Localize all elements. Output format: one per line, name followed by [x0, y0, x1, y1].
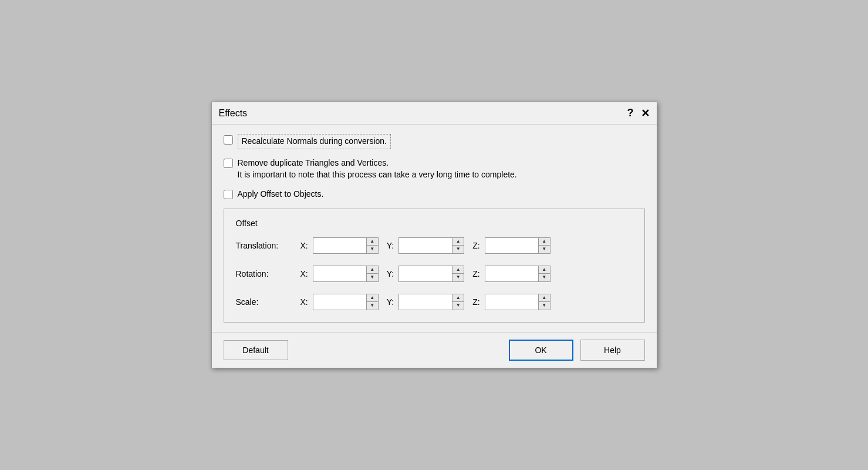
- rotation-label: Rotation:: [236, 269, 300, 278]
- translation-x-input[interactable]: 0.000: [313, 238, 366, 253]
- rotation-x-down[interactable]: ▼: [367, 274, 378, 281]
- ok-button[interactable]: OK: [509, 340, 573, 361]
- translation-x-down[interactable]: ▼: [367, 246, 378, 253]
- translation-x-buttons: ▲ ▼: [366, 238, 378, 253]
- translation-y-label: Y:: [387, 241, 394, 250]
- rotation-row: Rotation: X: 0.000 ▲ ▼ Y:: [236, 266, 633, 282]
- help-button[interactable]: Help: [580, 340, 645, 361]
- rotation-z-buttons: ▲ ▼: [538, 266, 550, 281]
- rotation-z-down[interactable]: ▼: [539, 274, 550, 281]
- offset-group: Offset Translation: X: 0.000 ▲ ▼: [224, 209, 645, 323]
- apply-offset-checkbox[interactable]: [224, 190, 233, 199]
- offset-legend: Offset: [236, 219, 633, 228]
- scale-row: Scale: X: 1.000 ▲ ▼ Y:: [236, 294, 633, 310]
- scale-x-spinner[interactable]: 1.000 ▲ ▼: [313, 294, 379, 310]
- translation-y-item: Y: 0.000 ▲ ▼: [387, 237, 464, 254]
- scale-x-down[interactable]: ▼: [367, 302, 378, 310]
- dialog-footer: Default OK Help: [212, 332, 657, 368]
- dialog-body: Recalculate Normals during conversion. R…: [212, 125, 657, 331]
- scale-y-down[interactable]: ▼: [452, 302, 464, 310]
- translation-z-buttons: ▲ ▼: [538, 238, 550, 253]
- rotation-x-input[interactable]: 0.000: [313, 266, 366, 281]
- scale-y-item: Y: 1.000 ▲ ▼: [387, 294, 464, 310]
- recalculate-row: Recalculate Normals during conversion.: [224, 134, 645, 149]
- rotation-y-item: Y: 0.000 ▲ ▼: [387, 266, 464, 282]
- rotation-y-label: Y:: [387, 269, 394, 278]
- scale-y-label: Y:: [387, 297, 394, 307]
- scale-label: Scale:: [236, 297, 300, 307]
- recalculate-label: Recalculate Normals during conversion.: [238, 134, 391, 149]
- remove-duplicates-row: Remove duplicate Triangles and Vertices.…: [224, 157, 645, 180]
- rotation-x-item: X: 0.000 ▲ ▼: [300, 266, 379, 282]
- rotation-z-spinner[interactable]: 0.000 ▲ ▼: [485, 266, 550, 282]
- default-button[interactable]: Default: [224, 340, 288, 360]
- translation-z-item: Z: 0.000 ▲ ▼: [472, 237, 550, 254]
- scale-y-up[interactable]: ▲: [452, 294, 464, 303]
- rotation-z-label: Z:: [472, 269, 479, 278]
- scale-y-spinner[interactable]: 1.000 ▲ ▼: [398, 294, 464, 310]
- rotation-x-label: X:: [300, 269, 308, 278]
- rotation-y-spinner[interactable]: 0.000 ▲ ▼: [398, 266, 464, 282]
- scale-z-spinner[interactable]: 1.000 ▲ ▼: [485, 294, 550, 310]
- scale-x-item: X: 1.000 ▲ ▼: [300, 294, 379, 310]
- translation-z-label: Z:: [472, 241, 479, 250]
- translation-x-item: X: 0.000 ▲ ▼: [300, 237, 379, 254]
- translation-y-input[interactable]: 0.000: [399, 238, 452, 253]
- rotation-x-spinner[interactable]: 0.000 ▲ ▼: [313, 266, 379, 282]
- translation-y-spinner[interactable]: 0.000 ▲ ▼: [398, 237, 464, 254]
- translation-z-up[interactable]: ▲: [539, 238, 550, 246]
- remove-duplicates-checkbox[interactable]: [224, 159, 233, 168]
- rotation-y-input[interactable]: 0.000: [399, 266, 452, 281]
- translation-y-buttons: ▲ ▼: [452, 238, 464, 253]
- translation-xyz: X: 0.000 ▲ ▼ Y: 0.000: [300, 237, 550, 254]
- rotation-xyz: X: 0.000 ▲ ▼ Y: 0.000: [300, 266, 550, 282]
- footer-right-buttons: OK Help: [509, 340, 645, 361]
- scale-xyz: X: 1.000 ▲ ▼ Y: 1.000: [300, 294, 550, 310]
- rotation-z-up[interactable]: ▲: [539, 266, 550, 274]
- effects-dialog: Effects ? ✕ Recalculate Normals during c…: [211, 102, 657, 368]
- rotation-y-buttons: ▲ ▼: [452, 266, 464, 281]
- rotation-z-item: Z: 0.000 ▲ ▼: [472, 266, 550, 282]
- translation-y-down[interactable]: ▼: [452, 246, 464, 253]
- recalculate-checkbox[interactable]: [224, 135, 233, 145]
- apply-offset-label: Apply Offset to Objects.: [238, 189, 324, 200]
- rotation-y-down[interactable]: ▼: [452, 274, 464, 281]
- rotation-x-buttons: ▲ ▼: [366, 266, 378, 281]
- translation-x-label: X:: [300, 241, 308, 250]
- translation-row: Translation: X: 0.000 ▲ ▼ Y:: [236, 237, 633, 254]
- help-icon[interactable]: ?: [627, 107, 634, 119]
- translation-z-down[interactable]: ▼: [539, 246, 550, 253]
- rotation-x-up[interactable]: ▲: [367, 266, 378, 274]
- scale-z-down[interactable]: ▼: [539, 302, 550, 310]
- rotation-z-input[interactable]: 0.000: [485, 266, 538, 281]
- scale-y-input[interactable]: 1.000: [399, 294, 452, 310]
- translation-z-input[interactable]: 0.000: [485, 238, 538, 253]
- title-bar: Effects ? ✕: [212, 102, 657, 125]
- scale-z-up[interactable]: ▲: [539, 294, 550, 303]
- scale-z-buttons: ▲ ▼: [538, 294, 550, 310]
- scale-x-input[interactable]: 1.000: [313, 294, 366, 310]
- scale-z-input[interactable]: 1.000: [485, 294, 538, 310]
- title-bar-controls: ? ✕: [627, 107, 650, 119]
- translation-x-up[interactable]: ▲: [367, 238, 378, 246]
- scale-x-buttons: ▲ ▼: [366, 294, 378, 310]
- dialog-title: Effects: [219, 108, 627, 119]
- rotation-y-up[interactable]: ▲: [452, 266, 464, 274]
- translation-z-spinner[interactable]: 0.000 ▲ ▼: [485, 237, 550, 254]
- apply-offset-row: Apply Offset to Objects.: [224, 189, 645, 200]
- scale-z-label: Z:: [472, 297, 479, 307]
- translation-x-spinner[interactable]: 0.000 ▲ ▼: [313, 237, 379, 254]
- remove-duplicates-label: Remove duplicate Triangles and Vertices.…: [238, 157, 517, 180]
- translation-label: Translation:: [236, 241, 300, 250]
- scale-x-label: X:: [300, 297, 308, 307]
- close-icon[interactable]: ✕: [641, 108, 650, 119]
- scale-x-up[interactable]: ▲: [367, 294, 378, 303]
- translation-y-up[interactable]: ▲: [452, 238, 464, 246]
- scale-z-item: Z: 1.000 ▲ ▼: [472, 294, 550, 310]
- scale-y-buttons: ▲ ▼: [452, 294, 464, 310]
